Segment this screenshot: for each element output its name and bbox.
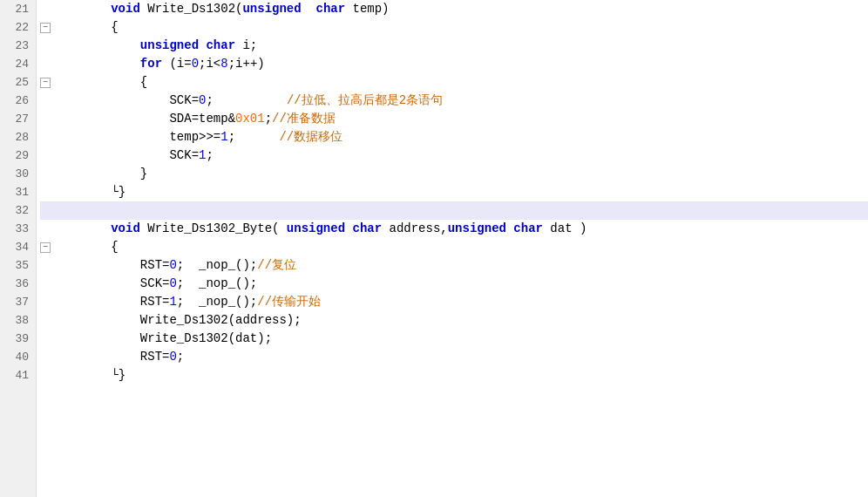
code-area: void Write_Ds1302(unsigned char temp) − … [37,0,868,497]
code-editor: 21 22 23 24 25 26 27 28 29 30 31 32 33 3… [0,0,868,497]
code-text-41: └} [52,348,868,403]
ln-29: 29 [7,146,29,165]
code-line-31: └} [40,183,868,201]
ln-30: 30 [7,165,29,183]
ln-24: 24 [7,55,29,73]
ln-26: 26 [7,92,29,110]
ln-39: 39 [7,330,29,348]
ln-38: 38 [7,311,29,330]
ln-28: 28 [7,128,29,146]
fold-icon-22[interactable]: − [40,23,51,33]
ln-27: 27 [7,110,29,128]
ln-32: 32 [7,201,29,220]
ln-35: 35 [7,256,29,275]
line-numbers: 21 22 23 24 25 26 27 28 29 30 31 32 33 3… [0,0,37,497]
fold-icon-25[interactable]: − [40,78,51,88]
ln-37: 37 [7,293,29,311]
ln-25: 25 [7,73,29,92]
ln-40: 40 [7,348,29,366]
ln-23: 23 [7,37,29,55]
ln-31: 31 [7,183,29,201]
ln-36: 36 [7,275,29,293]
ln-22: 22 [7,18,29,37]
ln-41: 41 [7,366,29,385]
code-line-41: └} [40,366,868,385]
ln-33: 33 [7,220,29,238]
ln-21: 21 [7,0,29,18]
fold-icon-34[interactable]: − [40,242,51,253]
ln-34: 34 [7,238,29,256]
